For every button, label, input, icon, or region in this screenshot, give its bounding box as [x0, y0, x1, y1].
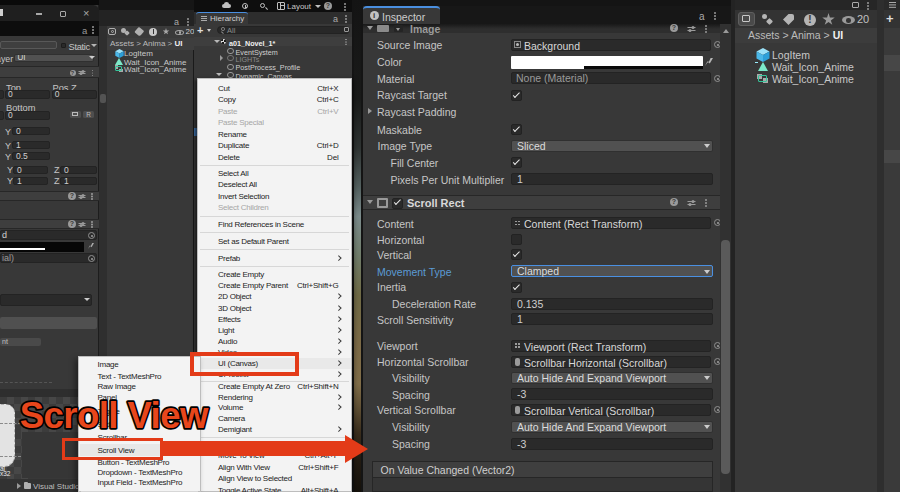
svg-text:Scroll View: Scroll View	[20, 395, 209, 436]
